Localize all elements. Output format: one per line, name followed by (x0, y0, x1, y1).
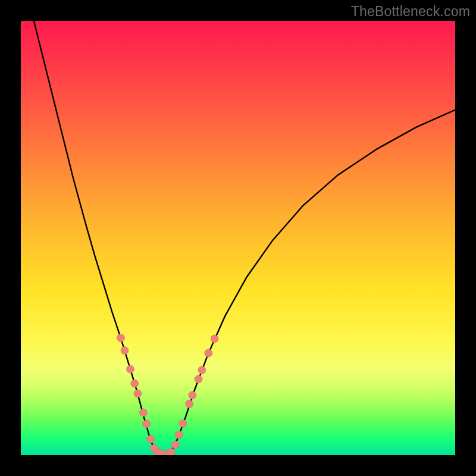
data-dot (175, 431, 183, 439)
data-dot (131, 380, 139, 387)
plot-area (21, 21, 455, 455)
chart-frame: TheBottleneck.com (0, 0, 476, 476)
data-dot (121, 347, 129, 355)
data-dot (195, 375, 202, 383)
data-dot (179, 419, 187, 427)
data-dot (205, 349, 212, 357)
data-dot (211, 335, 218, 343)
data-dot (134, 390, 142, 397)
data-dot (186, 400, 193, 408)
data-dot (126, 365, 134, 373)
data-dot (139, 409, 147, 416)
data-dot (171, 441, 179, 449)
data-dots (117, 334, 218, 455)
watermark-text: TheBottleneck.com (351, 4, 470, 20)
data-dot (189, 392, 196, 399)
data-dot (198, 366, 206, 374)
chart-svg (21, 21, 455, 455)
data-dot (147, 435, 155, 443)
data-dot (142, 420, 150, 428)
bottleneck-curve (34, 21, 455, 454)
data-dot (117, 334, 124, 342)
data-dot (167, 448, 175, 455)
